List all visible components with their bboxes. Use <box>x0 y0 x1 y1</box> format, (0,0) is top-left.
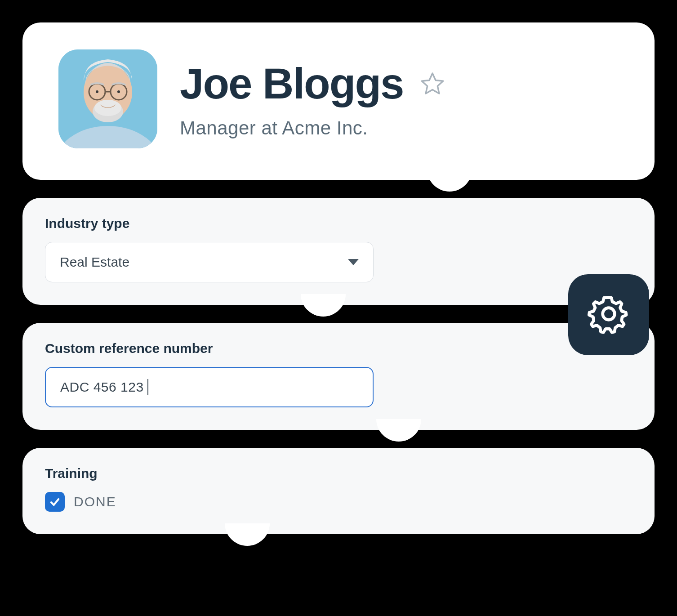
profile-header-card: Joe Bloggs Manager at Acme Inc. <box>22 22 655 180</box>
industry-card: Industry type Real Estate <box>22 198 655 305</box>
reference-input[interactable]: ADC 456 123 <box>45 367 374 407</box>
svg-point-8 <box>96 90 98 93</box>
star-icon[interactable] <box>419 71 445 97</box>
avatar <box>58 49 157 148</box>
training-status: DONE <box>74 494 116 509</box>
industry-value: Real Estate <box>60 254 129 270</box>
profile-info: Joe Bloggs Manager at Acme Inc. <box>180 59 619 139</box>
text-cursor <box>147 379 148 395</box>
training-card: Training DONE <box>22 448 655 534</box>
reference-card: Custom reference number ADC 456 123 <box>22 323 655 430</box>
svg-point-9 <box>117 90 120 93</box>
profile-subtitle: Manager at Acme Inc. <box>180 117 619 139</box>
svg-point-10 <box>603 308 615 320</box>
profile-name: Joe Bloggs <box>180 59 403 108</box>
industry-label: Industry type <box>45 216 632 231</box>
industry-dropdown[interactable]: Real Estate <box>45 242 374 282</box>
training-checkbox[interactable] <box>45 492 65 512</box>
reference-label: Custom reference number <box>45 341 632 356</box>
gear-icon <box>586 291 631 338</box>
reference-value: ADC 456 123 <box>60 379 144 395</box>
chevron-down-icon <box>348 259 359 265</box>
settings-button[interactable] <box>568 274 649 355</box>
training-label: Training <box>45 466 632 481</box>
